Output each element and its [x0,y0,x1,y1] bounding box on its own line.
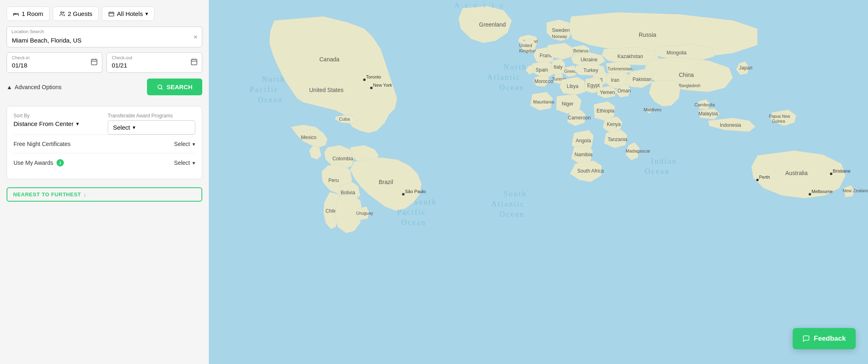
checkin-calendar-icon [90,58,98,67]
transferable-label: Transferable Award Programs [108,113,195,119]
svg-text:Indonesia: Indonesia [720,122,741,128]
search-button[interactable]: SEARCH [147,79,202,95]
checkout-value: 01/21 [112,62,127,69]
svg-text:Australia: Australia [785,170,808,176]
svg-rect-4 [91,59,97,65]
checkin-label: Check-in [12,55,29,60]
left-panel: 1 Room 2 Guests All Hotels ▾ Location Se… [0,0,209,364]
svg-text:China: China [679,72,694,78]
svg-text:Norway: Norway [552,34,567,39]
svg-point-1 [61,11,62,13]
search-button-label: SEARCH [167,83,192,90]
svg-text:Ocean: Ocean [500,83,524,92]
checkout-calendar-icon [190,58,198,67]
use-my-awards-row: Use My Awards i Select ▾ [14,153,195,172]
transferable-block: Transferable Award Programs Select ▾ [108,113,195,135]
checkout-field[interactable]: Check-out 01/21 [106,52,202,73]
svg-text:Turkmenistan: Turkmenistan [608,67,632,71]
svg-text:Yemen: Yemen [600,90,615,95]
svg-text:Italy: Italy [554,64,563,70]
sort-by-label: Sort By [14,113,101,119]
svg-text:Japan: Japan [739,65,753,71]
svg-text:Peru: Peru [328,178,339,183]
map-area[interactable]: North Pacific Ocean North Atlantic Ocean… [209,0,868,364]
svg-text:Papua New: Papua New [769,114,790,119]
svg-text:Uruguay: Uruguay [356,211,373,216]
free-night-chevron-icon: ▾ [192,141,195,147]
svg-text:Colombia: Colombia [332,156,353,162]
svg-text:A r c t i c: A r c t i c [454,2,506,9]
advanced-options-toggle[interactable]: ▲ Advanced Options [7,84,61,90]
checkin-field[interactable]: Check-in 01/18 [7,52,102,73]
guests-button[interactable]: 2 Guests [53,7,99,21]
awards-info-icon[interactable]: i [57,159,64,166]
svg-text:Angola: Angola [576,138,591,144]
feedback-label: Feedback [814,335,846,343]
svg-text:Malaysia: Malaysia [698,111,718,117]
sort-by-select[interactable]: Distance From Center ▾ [14,120,101,127]
svg-text:Ethiopia: Ethiopia [597,108,615,114]
svg-point-34 [402,193,405,195]
svg-text:North: North [262,75,285,83]
svg-rect-3 [109,12,114,16]
svg-text:Cambodia: Cambodia [694,102,715,107]
rooms-button[interactable]: 1 Room [7,7,50,21]
svg-text:Brisbane: Brisbane [833,169,850,173]
sort-by-block: Sort By Distance From Center ▾ [14,113,101,135]
svg-point-28 [370,87,373,89]
rooms-label: 1 Room [22,10,43,17]
svg-text:Ocean: Ocean [258,96,283,104]
svg-text:Mauritania: Mauritania [533,99,554,104]
awards-label-text: Use My Awards [14,160,53,166]
svg-text:Canada: Canada [319,56,339,63]
hotel-filter-button[interactable]: All Hotels ▾ [102,7,154,21]
svg-text:New York: New York [373,83,392,88]
svg-text:Oman: Oman [617,88,631,94]
svg-point-2 [63,12,64,13]
svg-text:Melbourne: Melbourne [811,189,833,194]
free-night-select[interactable]: Select ▾ [174,141,195,147]
checkout-label: Check-out [112,55,132,60]
transferable-select[interactable]: Select ▾ [108,120,195,135]
svg-text:Ocean: Ocean [645,167,670,175]
svg-text:Libya: Libya [567,83,579,89]
svg-text:Pacific: Pacific [250,85,279,94]
checkin-value: 01/18 [12,62,27,69]
nearest-badge[interactable]: NEAREST TO FURTHEST ↓ [7,187,202,202]
advanced-options-label: Advanced Options [15,84,61,90]
transferable-value: Select [113,124,130,131]
svg-point-6 [158,85,161,88]
awards-select[interactable]: Select ▾ [174,160,195,166]
svg-text:South: South [504,190,527,198]
bed-icon [13,11,19,17]
advanced-options-panel: Sort By Distance From Center ▾ Transfera… [7,106,202,179]
svg-text:United States: United States [309,87,344,93]
svg-text:Greenland: Greenland [479,21,506,28]
svg-text:Indian: Indian [651,157,677,165]
svg-text:Morocco: Morocco [534,79,553,84]
sort-by-value: Distance From Center [14,120,74,127]
world-map-svg: North Pacific Ocean North Atlantic Ocean… [209,0,868,364]
svg-rect-0 [14,13,16,14]
svg-rect-5 [191,59,197,65]
svg-point-84 [756,179,759,181]
feedback-button[interactable]: Feedback [793,328,856,349]
svg-point-88 [809,193,811,195]
svg-text:Pakistan: Pakistan [633,76,651,82]
awards-label-group: Use My Awards i [14,159,64,166]
svg-text:Mongolia: Mongolia [667,50,687,56]
nearest-badge-arrow-icon: ↓ [84,191,86,198]
svg-text:Bolivia: Bolivia [341,190,355,195]
location-search-clear-icon[interactable]: × [194,34,197,41]
svg-point-26 [363,79,366,81]
svg-text:São Paulo: São Paulo [405,189,426,194]
svg-text:Toronto: Toronto [366,74,381,79]
svg-text:South Africa: South Africa [577,168,604,174]
svg-text:Guinea: Guinea [772,119,785,124]
hotel-filter-chevron-icon: ▾ [145,11,148,17]
chevron-up-icon: ▲ [7,84,12,90]
svg-text:Belarus: Belarus [573,48,589,53]
location-search-label: Location Search [11,29,44,34]
guests-icon [59,11,66,17]
svg-text:United: United [519,43,532,48]
